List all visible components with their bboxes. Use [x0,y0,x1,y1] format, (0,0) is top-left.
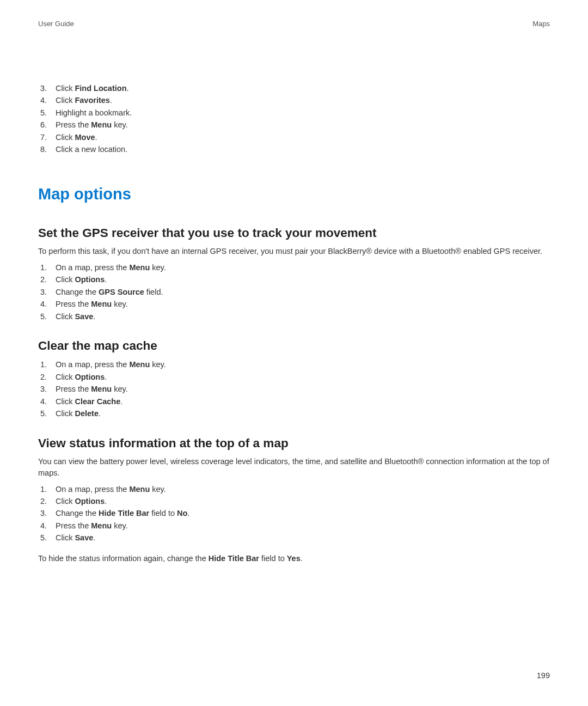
list-item: 4.Click Clear Cache. [40,395,550,407]
section: Clear the map cache1.On a map, press the… [38,339,550,419]
step-text: Press the Menu key. [56,383,128,395]
step-number: 7. [40,131,56,143]
step-list: 1.On a map, press the Menu key.2.Click O… [40,483,550,544]
step-text: Click Move. [56,131,97,143]
step-list: 1.On a map, press the Menu key.2.Click O… [40,261,550,322]
list-item: 5.Highlight a bookmark. [40,107,550,119]
section-intro: To perform this task, if you don't have … [38,246,550,257]
step-number: 4. [40,298,56,310]
step-text: Press the Menu key. [56,119,128,131]
list-item: 4.Press the Menu key. [40,520,550,532]
step-number: 5. [40,407,56,419]
step-number: 2. [40,273,56,285]
step-text: On a map, press the Menu key. [56,483,166,495]
page-number: 199 [537,671,550,680]
page-header: User Guide Maps [38,20,550,28]
header-right: Maps [532,20,550,28]
step-text: Press the Menu key. [56,520,128,532]
step-number: 3. [40,383,56,395]
section-heading: View status information at the top of a … [38,436,550,451]
step-number: 5. [40,107,56,119]
list-item: 3.Press the Menu key. [40,383,550,395]
step-text: Change the Hide Title Bar field to No. [56,507,189,519]
intro-step-list: 3.Click Find Location.4.Click Favorites.… [40,82,550,156]
step-text: Press the Menu key. [56,298,128,310]
section-trailing: To hide the status information again, ch… [38,553,550,564]
section-heading: Clear the map cache [38,339,550,353]
step-text: Click Options. [56,273,107,285]
list-item: 5.Click Delete. [40,407,550,419]
list-item: 4.Click Favorites. [40,94,550,106]
list-item: 2.Click Options. [40,371,550,383]
list-item: 1.On a map, press the Menu key. [40,261,550,273]
step-number: 5. [40,532,56,544]
step-number: 4. [40,520,56,532]
step-number: 3. [40,82,56,94]
step-number: 1. [40,483,56,495]
step-number: 3. [40,286,56,298]
step-number: 4. [40,94,56,106]
step-text: Click Clear Cache. [56,395,122,407]
list-item: 8.Click a new location. [40,143,550,155]
list-item: 2.Click Options. [40,495,550,507]
section-title-h1: Map options [38,185,550,203]
step-text: Click Save. [56,532,95,544]
step-text: On a map, press the Menu key. [56,358,166,370]
step-number: 2. [40,495,56,507]
list-item: 2.Click Options. [40,273,550,285]
step-number: 4. [40,395,56,407]
list-item: 7.Click Move. [40,131,550,143]
list-item: 3.Change the GPS Source field. [40,286,550,298]
step-text: On a map, press the Menu key. [56,261,166,273]
step-text: Click Options. [56,495,107,507]
step-text: Click Delete. [56,407,101,419]
list-item: 1.On a map, press the Menu key. [40,358,550,370]
step-number: 3. [40,507,56,519]
list-item: 4.Press the Menu key. [40,298,550,310]
list-item: 3.Change the Hide Title Bar field to No. [40,507,550,519]
step-number: 2. [40,371,56,383]
list-item: 6.Press the Menu key. [40,119,550,131]
step-number: 6. [40,119,56,131]
step-list: 1.On a map, press the Menu key.2.Click O… [40,358,550,419]
step-text: Highlight a bookmark. [56,107,132,119]
step-text: Change the GPS Source field. [56,286,163,298]
step-number: 5. [40,311,56,322]
step-text: Click Options. [56,371,107,383]
step-text: Click Favorites. [56,94,112,106]
list-item: 5.Click Save. [40,311,550,322]
section-heading: Set the GPS receiver that you use to tra… [38,226,550,240]
section: View status information at the top of a … [38,436,550,564]
section: Set the GPS receiver that you use to tra… [38,226,550,322]
header-left: User Guide [38,20,74,28]
step-text: Click Find Location. [56,82,129,94]
list-item: 5.Click Save. [40,532,550,544]
step-text: Click Save. [56,311,95,322]
list-item: 3.Click Find Location. [40,82,550,94]
step-text: Click a new location. [56,143,127,155]
step-number: 1. [40,261,56,273]
section-intro: You can view the battery power level, wi… [38,456,550,479]
step-number: 1. [40,358,56,370]
step-number: 8. [40,143,56,155]
list-item: 1.On a map, press the Menu key. [40,483,550,495]
